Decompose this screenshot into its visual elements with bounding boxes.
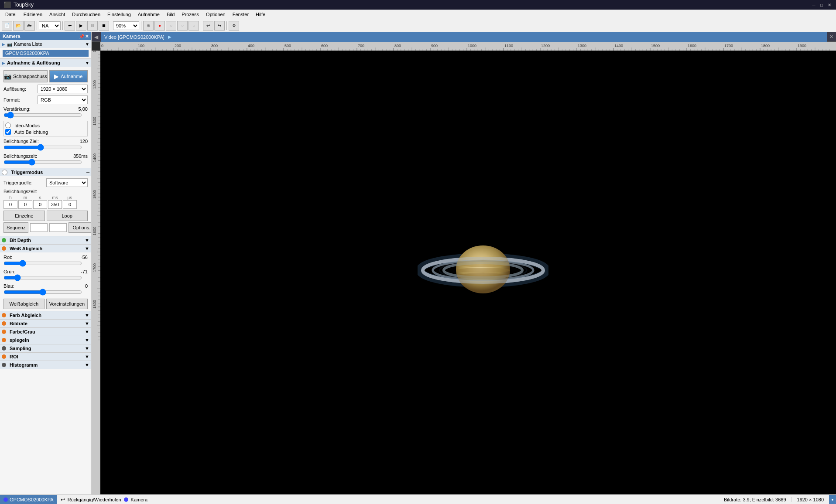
- panel-close-icon[interactable]: ✕: [85, 34, 89, 39]
- menubar: Datei Editieren Ansicht Durchsuchen Eins…: [0, 10, 836, 19]
- time-h-label: h: [9, 195, 12, 200]
- menu-ansicht[interactable]: Ansicht: [46, 11, 69, 18]
- histogramm-indicator: [2, 363, 6, 367]
- gruen-slider[interactable]: [3, 275, 82, 281]
- video-prev-btn[interactable]: ◀: [92, 34, 101, 40]
- blau-slider[interactable]: [3, 289, 82, 295]
- trigger-header[interactable]: Triggermodus ─: [0, 168, 91, 176]
- menu-durchsuchen[interactable]: Durchsuchen: [69, 11, 104, 18]
- menu-einstellung[interactable]: Einstellung: [104, 11, 134, 18]
- tb-sep1: [37, 21, 37, 30]
- menu-fenster[interactable]: Fenster: [229, 11, 252, 18]
- close-btn[interactable]: ✕: [826, 2, 833, 8]
- sequenz-btn[interactable]: Sequenz: [3, 222, 28, 233]
- roi-header[interactable]: ROI ▼: [0, 353, 91, 361]
- time-s-label: s: [39, 195, 41, 200]
- statusbar-resolution: 1920 × 1080: [797, 497, 824, 502]
- menu-hilfe[interactable]: Hilfe: [252, 11, 269, 18]
- tb-circle2[interactable]: ○: [177, 21, 188, 31]
- weissabgleich-btn[interactable]: Weißabgleich: [3, 299, 45, 309]
- maximize-btn[interactable]: □: [819, 2, 825, 8]
- video-mode-label: Ideo-Modus: [14, 123, 40, 128]
- gain-slider[interactable]: [3, 112, 82, 118]
- time-s-input[interactable]: [33, 200, 47, 209]
- tb-settings[interactable]: ⚙: [229, 21, 239, 31]
- viewport[interactable]: [100, 51, 836, 494]
- saturn-image: [418, 229, 548, 308]
- bildrate-header[interactable]: Bildrate ▼: [0, 320, 91, 327]
- record-btn[interactable]: ▶ Aufnahme: [49, 70, 88, 82]
- options-btn[interactable]: Options...: [69, 222, 92, 233]
- statusbar-info: Bildrate: 3.9; Einzelbild: 3669: [724, 497, 786, 502]
- farb-arrow: ▼: [85, 313, 89, 318]
- tb-record-red[interactable]: ●: [154, 21, 165, 31]
- exposure-target-slider[interactable]: [3, 144, 82, 150]
- menu-bild[interactable]: Bild: [163, 11, 178, 18]
- capture-section-header[interactable]: ▶ Aufnahme & Auflösung ▼: [0, 59, 91, 67]
- trigger-radio[interactable]: [2, 170, 7, 175]
- einzelne-btn[interactable]: Einzelne: [3, 211, 45, 221]
- trigger-source-select[interactable]: Software: [46, 178, 88, 187]
- farbe-grau-arrow: ▼: [85, 329, 89, 334]
- exposure-time-slider[interactable]: [3, 159, 82, 165]
- minimize-btn[interactable]: ─: [811, 2, 817, 8]
- zoom-select[interactable]: 90%: [113, 21, 139, 30]
- seq-count-input[interactable]: [30, 223, 48, 232]
- format-select[interactable]: RGB: [38, 95, 88, 104]
- snapshot-btn[interactable]: 📷 Schnappschuss: [3, 70, 48, 82]
- video-mode-radio[interactable]: [5, 123, 11, 128]
- wb-header[interactable]: Weiß Abgleich ▼: [0, 245, 91, 252]
- tb-new[interactable]: 📄: [2, 21, 12, 31]
- tb-stop[interactable]: ⏹: [99, 21, 109, 31]
- resolution-select[interactable]: 1920 × 1080: [38, 85, 88, 93]
- time-m-input[interactable]: [18, 200, 32, 209]
- voreinstellungen-btn[interactable]: Voreinstellungen: [46, 299, 88, 309]
- time-h-input[interactable]: [3, 200, 17, 209]
- time-us-input[interactable]: [63, 200, 77, 209]
- time-ms-group: ms: [48, 195, 62, 209]
- tb-circle3[interactable]: ○: [188, 21, 199, 31]
- histogramm-header[interactable]: Histogramm ▼: [0, 361, 91, 369]
- rot-slider[interactable]: [3, 260, 82, 266]
- tb-redo[interactable]: ↪: [214, 21, 225, 31]
- tb-circle1[interactable]: ○: [166, 21, 176, 31]
- sampling-header[interactable]: Sampling ▼: [0, 344, 91, 352]
- wb-section: Weiß Abgleich ▼ Rot: -56 Grün: -71: [0, 245, 91, 311]
- gain-value: 5,00: [79, 106, 88, 112]
- tb-play[interactable]: ▶: [76, 21, 86, 31]
- tb-folder[interactable]: 🗁: [24, 21, 35, 31]
- tb-crosshair[interactable]: ⊕: [143, 21, 154, 31]
- menu-editieren[interactable]: Editieren: [20, 11, 46, 18]
- gain-row: Verstärkung: 5,00: [3, 106, 88, 112]
- bit-depth-header[interactable]: Bit Depth ▼: [0, 236, 91, 244]
- spiegeln-header[interactable]: spiegeln ▼: [0, 336, 91, 344]
- menu-aufnahme[interactable]: Aufnahme: [134, 11, 163, 18]
- tb-back[interactable]: ⬅: [65, 21, 75, 31]
- panel-pin-icon[interactable]: 📌: [79, 34, 84, 39]
- video-close-btn[interactable]: ✕: [827, 34, 836, 40]
- tb-undo[interactable]: ↩: [203, 21, 213, 31]
- camera-select[interactable]: NA: [39, 21, 61, 30]
- camera-list-header[interactable]: ▶ 📷 Kamera Liste ▼: [0, 40, 91, 48]
- gain-label: Verstärkung:: [3, 106, 31, 112]
- tb-open[interactable]: 📂: [13, 21, 24, 31]
- menu-prozess[interactable]: Prozess: [178, 11, 202, 18]
- statusbar-indicator: ●: [829, 495, 836, 504]
- farb-abgleich-header[interactable]: Farb Abgleich ▼: [0, 311, 91, 319]
- farb-label: Farb Abgleich: [10, 313, 41, 318]
- wb-arrow: ▼: [85, 246, 89, 251]
- seq-value-input[interactable]: [49, 223, 67, 232]
- auto-exposure-checkbox[interactable]: [5, 129, 11, 135]
- menu-optionen[interactable]: Optionen: [202, 11, 229, 18]
- menu-datei[interactable]: Datei: [2, 11, 20, 18]
- sequenz-row: Sequenz Options...: [3, 222, 88, 233]
- time-ms-input[interactable]: [48, 200, 62, 209]
- bildrate-indicator: [2, 321, 6, 326]
- camera-item[interactable]: GPCMOS02000KPA: [3, 50, 89, 57]
- format-label: Format:: [3, 97, 20, 102]
- time-us-group: µs: [63, 195, 77, 209]
- farbe-grau-header[interactable]: Farbe/Grau ▼: [0, 328, 91, 336]
- loop-btn[interactable]: Loop: [47, 211, 88, 221]
- tb-pause[interactable]: ⏸: [87, 21, 98, 31]
- tb-sep6: [226, 21, 227, 30]
